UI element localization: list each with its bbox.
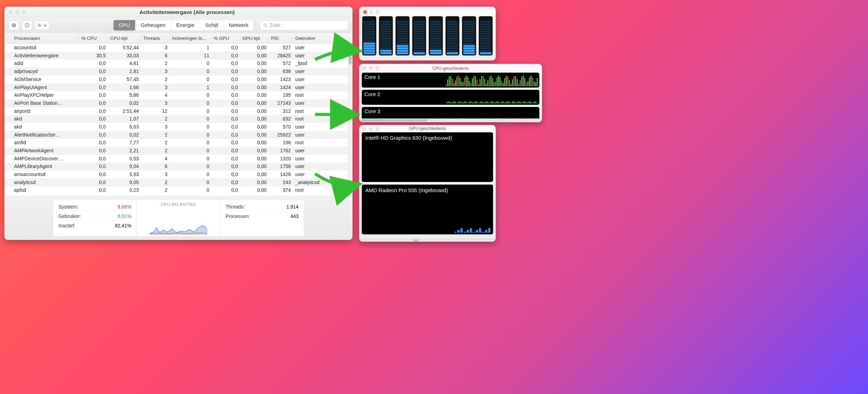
column-header[interactable]: Gebruiker (293, 33, 326, 44)
cell: 0 (170, 100, 212, 106)
meter-segment (480, 40, 491, 42)
zoom-icon[interactable] (376, 66, 379, 70)
close-icon[interactable] (362, 66, 366, 70)
cell: 0 (170, 69, 212, 74)
table-row[interactable]: Activiteitenweergave30,533,036110,00,002… (5, 52, 353, 60)
table-row[interactable]: AGMService0,057,45200,00,001423user (5, 75, 353, 83)
vertical-scrollbar[interactable] (348, 44, 352, 196)
cell: 0 (170, 93, 212, 98)
meter-segment (380, 52, 391, 54)
meter-segment (413, 35, 425, 37)
minimize-icon[interactable] (15, 10, 19, 14)
process-name: AirPlayUIAgent (5, 85, 79, 90)
cell: 0 (170, 188, 212, 193)
close-icon[interactable] (9, 10, 13, 14)
cell: 1762 (269, 148, 293, 153)
column-header[interactable]: Activeringen bi… (170, 33, 212, 44)
cell: 0 (170, 108, 212, 114)
system-label: Systeem: (58, 204, 79, 210)
table-row[interactable]: AirPort Base Station…0,00,02300,00,00271… (5, 99, 353, 107)
options-menu-button[interactable] (35, 21, 49, 30)
meter-segment (447, 48, 458, 49)
cell: 0,00 (240, 132, 269, 138)
tab-cpu[interactable]: CPU (113, 20, 135, 30)
table-row[interactable]: analyticsd0,09,05200,00,00243_analyticsd (5, 178, 353, 187)
table-row[interactable]: akd0,06,63300,00,00570user (5, 123, 353, 131)
scrollbar-thumb[interactable] (414, 239, 418, 241)
zoom-icon[interactable] (376, 127, 379, 131)
tab-geheugen[interactable]: Geheugen (135, 20, 171, 30)
zoom-icon[interactable] (22, 10, 26, 14)
column-header[interactable]: Threads (141, 33, 170, 44)
table-row[interactable]: AirPlayXPCHelper0,05,86400,00,00195root (5, 91, 353, 99)
process-name: AirPlayXPCHelper (5, 93, 79, 98)
cell: 0,0 (79, 164, 108, 169)
cell: 0,0 (212, 93, 240, 98)
column-header[interactable]: % CPU (79, 33, 108, 44)
cell: 0 (170, 156, 212, 161)
stop-process-button[interactable] (9, 21, 19, 30)
zoom-icon[interactable] (376, 10, 379, 14)
info-button[interactable] (22, 21, 32, 30)
table-row[interactable]: AlertNotificationSer…0,00,02200,00,00259… (5, 131, 353, 139)
table-header: Procesnaam˄% CPUCPU-tijdThreadsActiverin… (5, 33, 353, 44)
cell: 0,00 (240, 140, 269, 146)
meter-segment (430, 26, 441, 28)
meter-segment (447, 21, 458, 23)
horizontal-scrollbar[interactable] (359, 119, 542, 122)
table-row[interactable]: adid0,04,61200,00,00572_fpsd (5, 60, 353, 68)
meter-segment (413, 31, 425, 32)
tab-schijf[interactable]: Schijf (200, 20, 224, 30)
core-label: Core 3 (364, 108, 380, 114)
cell: 0,0 (79, 85, 108, 90)
minimize-icon[interactable] (369, 66, 373, 70)
cell: 11 (170, 53, 212, 58)
horizontal-scrollbar[interactable] (359, 239, 496, 241)
table-row[interactable]: akd0,01,07200,00,00632root (5, 115, 353, 123)
table-row[interactable]: amfid0,07,77200,00,00196root (5, 139, 353, 147)
table-row[interactable]: adprivacyd0,02,81300,00,00638user (5, 67, 353, 75)
meter-segment (463, 23, 475, 25)
cell: 0,0 (212, 164, 240, 169)
column-header[interactable]: GPU-tijd (240, 33, 269, 44)
column-header[interactable]: Procesnaam˄ (5, 33, 79, 44)
meter-segment (480, 23, 491, 25)
table-row[interactable]: amsaccountsd0,05,93300,00,001428user (5, 170, 353, 178)
search-input[interactable] (270, 22, 345, 28)
cell: 1,66 (108, 85, 141, 90)
table-row[interactable]: accountsd0,05:52,44310,00,00527user (5, 44, 353, 52)
table-row[interactable]: AMPLibraryAgent0,09,04600,00,001756user (5, 163, 353, 171)
close-icon[interactable] (363, 10, 367, 14)
table-row[interactable]: airportd0,02:51,441200,00,00312root (5, 107, 353, 115)
cell: 0,0 (79, 76, 108, 82)
meter-segment (447, 40, 458, 42)
tab-netwerk[interactable]: Netwerk (223, 20, 254, 30)
minimize-icon[interactable] (369, 127, 373, 131)
chevron-down-icon (43, 23, 48, 28)
table-row[interactable]: AMPArtworkAgent0,02,21200,00,001762user (5, 147, 353, 155)
cell: 0,0 (212, 76, 240, 82)
idle-label: Inactief: (58, 223, 76, 228)
tab-group: CPUGeheugenEnergieSchijfNetwerk (113, 20, 254, 31)
cell: 0,0 (212, 172, 240, 177)
cell: 2,21 (108, 148, 141, 153)
history-bars (446, 76, 538, 86)
table-row[interactable]: AirPlayUIAgent0,01,66310,00,001424user (5, 83, 353, 92)
scrollbar-thumb[interactable] (349, 45, 351, 65)
close-icon[interactable] (362, 127, 366, 131)
scrollbar-thumb[interactable] (361, 119, 427, 121)
svg-point-2 (27, 24, 28, 25)
cell: 0,53 (108, 156, 141, 161)
column-header[interactable]: % GPU (212, 33, 240, 44)
column-header[interactable]: CPU-tijd (108, 33, 141, 44)
table-row[interactable]: apfsd0,00,23200,00,00374root (5, 187, 353, 195)
tab-energie[interactable]: Energie (171, 20, 200, 30)
column-header[interactable]: PID (269, 33, 293, 44)
footer: Systeem:8,68% Gebruiker:8,91% Inactief:8… (5, 196, 353, 240)
search-field[interactable] (260, 20, 348, 30)
table-row[interactable]: AMPDeviceDiscover…0,00,53400,00,001320us… (5, 155, 353, 163)
cell: root (293, 108, 326, 114)
minimize-icon[interactable] (369, 10, 373, 14)
meter-segment (364, 33, 375, 35)
process-table[interactable]: accountsd0,05:52,44310,00,00527userActiv… (5, 44, 353, 196)
